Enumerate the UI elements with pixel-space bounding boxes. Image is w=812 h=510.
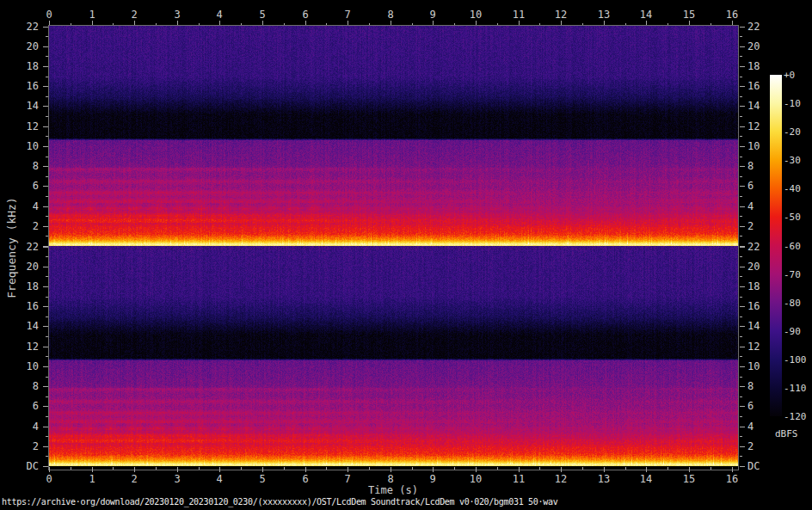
- freq-minor-tick: [740, 196, 742, 197]
- colorbar-unit-label: dBFS: [775, 428, 798, 439]
- freq-tick-label: 6: [747, 401, 754, 411]
- freq-tick-label: 10: [0, 141, 39, 151]
- file-url: https://archive·org/download/20230120_20…: [2, 497, 557, 507]
- time-minor-tick: [454, 467, 455, 470]
- freq-minor-tick: [740, 297, 742, 298]
- freq-tick: [740, 286, 745, 287]
- freq-tick-label: 14: [747, 321, 760, 331]
- colorbar-tick-label: -40: [784, 184, 801, 194]
- freq-tick: [740, 326, 745, 327]
- time-tick: [177, 467, 178, 472]
- freq-tick: [740, 306, 745, 307]
- freq-minor-tick: [740, 96, 742, 97]
- freq-tick: [740, 466, 745, 467]
- time-tick-label: 4: [216, 9, 222, 20]
- time-tick: [433, 467, 434, 472]
- freq-tick: [740, 46, 745, 47]
- freq-tick: [740, 446, 745, 447]
- freq-tick-label: 2: [0, 221, 39, 231]
- time-tick-label: 3: [174, 9, 180, 20]
- freq-tick-label: 10: [747, 141, 760, 151]
- time-tick-label: 8: [387, 9, 393, 20]
- freq-tick: [740, 86, 745, 87]
- freq-tick: [740, 126, 745, 127]
- freq-tick-label: 12: [747, 121, 760, 132]
- colorbar-tick-label: -110: [784, 383, 807, 392]
- freq-tick-label: 22: [0, 22, 39, 32]
- plot-frame: [48, 25, 739, 470]
- freq-tick-label: 4: [0, 421, 39, 432]
- time-minor-tick: [326, 467, 327, 470]
- time-tick: [561, 467, 562, 472]
- time-tick-label: 11: [513, 9, 525, 20]
- freq-tick-label: 20: [747, 41, 760, 52]
- time-minor-tick: [284, 467, 285, 470]
- time-tick-label: 3: [174, 474, 180, 484]
- freq-tick-label: 2: [747, 221, 754, 231]
- freq-tick-label: 20: [747, 261, 760, 272]
- time-minor-tick: [667, 467, 668, 470]
- freq-tick-label: 4: [747, 421, 754, 432]
- freq-tick-label: 6: [0, 181, 39, 191]
- freq-tick-label: 16: [747, 301, 760, 311]
- freq-minor-tick: [740, 416, 742, 417]
- freq-tick: [740, 427, 745, 427]
- freq-tick-label: 18: [0, 61, 39, 71]
- time-tick: [134, 467, 135, 472]
- time-minor-tick: [113, 467, 114, 470]
- time-tick-label: 13: [598, 9, 610, 20]
- freq-tick-label: 22: [0, 242, 39, 252]
- time-tick-label: 12: [555, 474, 567, 484]
- time-tick: [348, 467, 348, 472]
- freq-tick: [740, 66, 745, 67]
- time-tick-label: 2: [131, 9, 137, 20]
- freq-tick: [740, 146, 745, 147]
- time-tick-label: 0: [46, 9, 52, 20]
- time-tick-label: 7: [344, 474, 350, 484]
- time-tick-label: 10: [470, 9, 482, 20]
- freq-tick: [740, 366, 745, 367]
- freq-tick-label: 8: [0, 381, 39, 391]
- freq-tick: [740, 206, 745, 207]
- time-minor-tick: [369, 467, 370, 470]
- time-tick-label: 11: [513, 474, 525, 484]
- freq-minor-tick: [740, 316, 742, 317]
- spectrogram-window: Frequency (kHz) 012345678910111213141516…: [0, 0, 812, 510]
- time-tick-label: 16: [726, 474, 738, 484]
- freq-tick-label: 22: [747, 242, 760, 252]
- time-tick: [732, 467, 733, 472]
- freq-tick-label: 10: [747, 361, 760, 372]
- freq-tick: [740, 106, 745, 107]
- freq-tick-label: 12: [747, 341, 760, 352]
- freq-minor-tick: [740, 116, 742, 117]
- time-tick: [305, 467, 306, 472]
- freq-tick-label: DC: [747, 461, 760, 471]
- time-minor-tick: [625, 467, 626, 470]
- time-tick-label: 1: [89, 9, 95, 20]
- freq-tick-label: 18: [0, 281, 39, 292]
- time-tick-label: 9: [429, 474, 435, 484]
- freq-minor-tick: [740, 396, 742, 397]
- freq-tick: [740, 347, 745, 347]
- time-tick-label: 12: [555, 9, 567, 20]
- colorbar-tick-label: -60: [784, 241, 801, 250]
- time-tick-label: 2: [131, 474, 137, 484]
- time-tick-label: 4: [216, 474, 222, 484]
- freq-minor-tick: [740, 256, 742, 257]
- freq-minor-tick: [740, 377, 742, 378]
- freq-minor-tick: [740, 157, 742, 157]
- time-tick: [219, 467, 220, 472]
- freq-tick-label: 16: [0, 81, 39, 91]
- freq-tick: [740, 166, 745, 167]
- freq-minor-tick: [740, 236, 742, 237]
- freq-minor-tick: [740, 456, 742, 457]
- time-minor-tick: [582, 467, 583, 470]
- time-minor-tick: [199, 467, 200, 470]
- time-tick: [391, 467, 391, 472]
- spectrogram-canvas: [49, 26, 738, 466]
- colorbar-tick-label: -120: [784, 412, 807, 421]
- freq-minor-tick: [740, 216, 742, 217]
- freq-tick-label: 4: [747, 201, 754, 212]
- freq-tick-label: 10: [0, 361, 39, 372]
- freq-tick-label: 12: [0, 341, 39, 352]
